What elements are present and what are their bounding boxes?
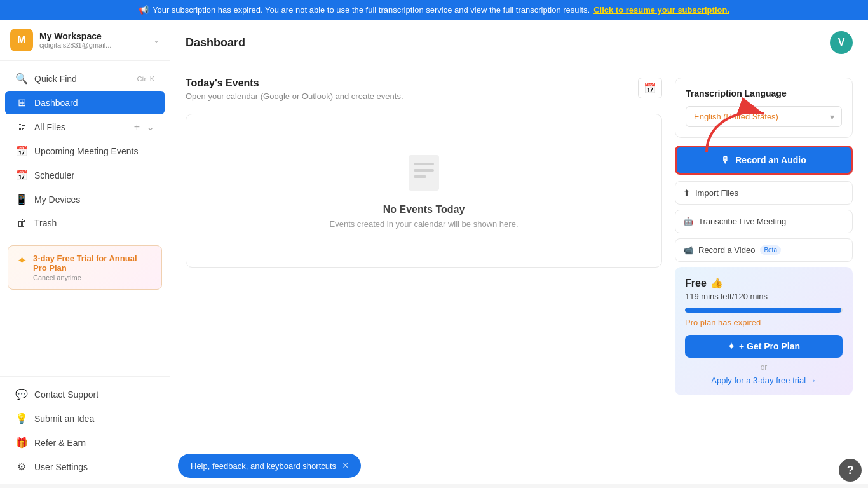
plan-card: Free 👍 119 mins left/120 mins Pro plan h…: [675, 267, 853, 395]
workspace-chevron-icon: ⌄: [153, 36, 159, 44]
banner-icon: 📢: [139, 5, 149, 15]
contact-support-icon: 💬: [15, 388, 28, 400]
workspace-name: My Workspace: [39, 31, 147, 41]
get-pro-label: + Get Pro Plan: [739, 341, 800, 351]
no-events-title: No Events Today: [383, 204, 465, 215]
user-avatar[interactable]: V: [830, 31, 853, 54]
get-pro-button[interactable]: ✦ + Get Pro Plan: [685, 335, 843, 358]
calendar-icon-button[interactable]: 📅: [638, 78, 662, 98]
page-title: Dashboard: [186, 36, 245, 50]
action-buttons-container: 🎙 Record an Audio: [675, 146, 853, 175]
star-icon: ✦: [728, 341, 735, 351]
sidebar-item-user-settings[interactable]: ⚙ User Settings: [5, 455, 165, 478]
user-settings-label: User Settings: [34, 462, 154, 472]
sidebar-scheduler-label: Scheduler: [34, 170, 154, 180]
help-bar-close-icon[interactable]: ×: [342, 460, 348, 471]
language-select-wrapper[interactable]: English (United States) Spanish French G…: [686, 106, 842, 127]
sidebar-all-files-label: All Files: [34, 122, 128, 132]
workspace-avatar: M: [10, 29, 33, 51]
expand-files-icon[interactable]: ⌄: [146, 121, 154, 133]
gift-icon: 🎁: [15, 437, 28, 449]
record-audio-label: Record an Audio: [735, 155, 806, 165]
main-header: Dashboard V: [170, 20, 868, 62]
quick-find-label: Quick Find: [34, 74, 131, 84]
svg-rect-3: [414, 175, 426, 178]
sidebar-item-refer-earn[interactable]: 🎁 Refer & Earn: [5, 431, 165, 454]
todays-events-subtitle: Open your calendar (Google or Outlook) a…: [186, 92, 403, 101]
sidebar-item-trash[interactable]: 🗑 Trash: [5, 212, 165, 234]
svg-rect-2: [414, 169, 434, 172]
trial-subtitle: Cancel anytime: [33, 274, 153, 281]
svg-rect-0: [409, 155, 439, 191]
events-card: No Events Today Events created in your c…: [186, 114, 662, 268]
free-trial-link[interactable]: Apply for a 3-day free trial →: [685, 376, 843, 385]
thumbs-up-icon: 👍: [710, 277, 723, 289]
todays-events-title: Today's Events: [186, 78, 403, 89]
trial-title: 3-day Free Trial for Annual Pro Plan: [33, 254, 153, 273]
video-icon: 📹: [683, 245, 693, 255]
plan-title: Free 👍: [685, 277, 843, 289]
sidebar: M My Workspace cjdigitals2831@gmail... ⌄…: [0, 20, 170, 484]
search-icon: 🔍: [15, 72, 28, 85]
contact-support-label: Contact Support: [34, 390, 154, 400]
language-select[interactable]: English (United States) Spanish French G…: [686, 106, 842, 127]
sidebar-item-submit-idea[interactable]: 💡 Submit an Idea: [5, 407, 165, 430]
import-files-button[interactable]: ⬆ Import Files: [675, 181, 853, 205]
beta-badge: Beta: [760, 245, 781, 255]
sidebar-divider: [10, 240, 159, 240]
folder-icon: 🗂: [15, 121, 28, 133]
sidebar-item-contact-support[interactable]: 💬 Contact Support: [5, 383, 165, 406]
transcription-language-card: Transcription Language English (United S…: [675, 78, 853, 138]
idea-icon: 💡: [15, 412, 28, 424]
empty-doc-icon: [406, 152, 442, 195]
main-content: Dashboard V Today's Events Open your cal…: [170, 20, 868, 484]
sidebar-item-upcoming-meeting-events[interactable]: 📅 Upcoming Meeting Events: [5, 139, 165, 163]
sidebar-bottom: 💬 Contact Support 💡 Submit an Idea 🎁 Ref…: [0, 376, 170, 484]
upload-icon: ⬆: [683, 188, 690, 198]
sidebar-item-scheduler[interactable]: 📅 Scheduler: [5, 163, 165, 187]
live-meeting-icon: 🤖: [683, 217, 693, 226]
record-video-label: Record a Video: [698, 245, 755, 255]
question-mark-icon: ?: [847, 464, 854, 477]
workspace-header[interactable]: M My Workspace cjdigitals2831@gmail... ⌄: [0, 20, 170, 61]
svg-rect-1: [414, 163, 434, 165]
scheduler-icon: 📅: [15, 169, 28, 181]
subscription-banner: 📢 Your subscription has expired. You are…: [0, 0, 868, 20]
quick-find-shortcut: Ctrl K: [137, 75, 155, 83]
sidebar-item-quick-find[interactable]: 🔍 Quick Find Ctrl K: [5, 67, 165, 90]
banner-text: Your subscription has expired. You are n…: [153, 5, 590, 15]
help-circle-button[interactable]: ?: [839, 459, 862, 482]
dashboard-icon: ⊞: [15, 97, 28, 109]
trial-banner[interactable]: ✦ 3-day Free Trial for Annual Pro Plan C…: [8, 245, 162, 290]
settings-icon: ⚙: [15, 461, 28, 473]
add-file-icon[interactable]: +: [134, 121, 140, 133]
help-bar[interactable]: Help, feedback, and keyboard shortcuts ×: [178, 454, 361, 478]
record-video-button[interactable]: 📹 Record a Video Beta: [675, 238, 853, 262]
resume-subscription-link[interactable]: Click to resume your subscription.: [593, 5, 729, 15]
record-audio-button[interactable]: 🎙 Record an Audio: [675, 146, 853, 175]
main-body: Today's Events Open your calendar (Googl…: [170, 62, 868, 410]
sidebar-item-all-files[interactable]: 🗂 All Files + ⌄: [5, 115, 165, 139]
trash-icon: 🗑: [15, 217, 28, 229]
transcription-lang-title: Transcription Language: [686, 88, 842, 98]
help-bar-label: Help, feedback, and keyboard shortcuts: [191, 461, 336, 471]
plan-minutes: 119 mins left/120 mins: [685, 292, 843, 301]
events-section: Today's Events Open your calendar (Googl…: [186, 78, 662, 395]
sidebar-devices-label: My Devices: [34, 194, 154, 205]
sidebar-item-dashboard[interactable]: ⊞ Dashboard: [5, 91, 165, 114]
sidebar-item-my-devices[interactable]: 📱 My Devices: [5, 187, 165, 211]
sidebar-upcoming-label: Upcoming Meeting Events: [34, 146, 154, 156]
no-events-subtitle: Events created in your calendar will be …: [330, 219, 519, 229]
submit-idea-label: Submit an Idea: [34, 414, 154, 424]
refer-earn-label: Refer & Earn: [34, 438, 154, 448]
workspace-email: cjdigitals2831@gmail...: [39, 41, 147, 49]
plan-expired-label: Pro plan has expired: [685, 318, 843, 327]
microphone-icon: 🎙: [721, 155, 730, 165]
plan-or-label: or: [685, 363, 843, 372]
trial-star-icon: ✦: [17, 254, 27, 268]
devices-icon: 📱: [15, 193, 28, 205]
plan-progress-bar: [685, 308, 843, 313]
transcribe-live-meeting-button[interactable]: 🤖 Transcribe Live Meeting: [675, 210, 853, 233]
plan-progress-fill: [685, 308, 841, 313]
right-panel: Transcription Language English (United S…: [675, 78, 853, 395]
